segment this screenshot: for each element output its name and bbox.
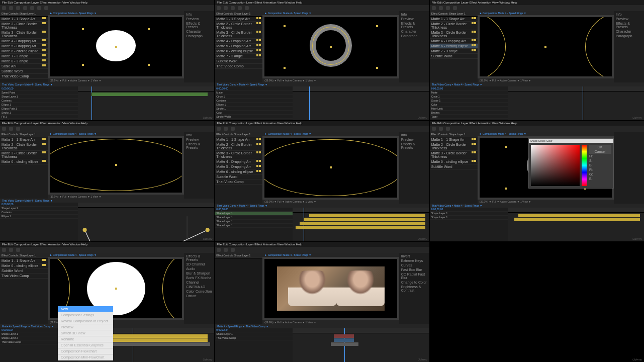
- comp-tab[interactable]: ► Composition: Matte 4 - Speed Rings ▼: [48, 11, 184, 15]
- ae-window-7: File Edit Composition Layer Effect Anima…: [0, 242, 214, 362]
- ctx-preview[interactable]: Preview: [58, 324, 113, 330]
- ae-window-5: File Edit Composition Layer Effect Anima…: [215, 121, 429, 241]
- ae-window-3: File Edit Composition Layer Effect Anima…: [430, 0, 644, 120]
- layer-row[interactable]: Speed Paint: [0, 90, 78, 95]
- layer-row[interactable]: Shape Layer 1: [0, 95, 78, 99]
- viewer-controls[interactable]: (39.9%) ▼ Full ▼ Active Camera ▼ 1 View …: [48, 78, 184, 82]
- layer-row[interactable]: Ellipse Path 1: [0, 107, 78, 111]
- timeline[interactable]: That Video Comp × Matte 4 - Speed Rings …: [0, 82, 214, 120]
- menubar[interactable]: File Edit Composition Layer Effect Anima…: [0, 0, 214, 5]
- graph-editor[interactable]: [78, 203, 214, 241]
- effect-item: Matte 3 - Circle Border Thickness: [0, 30, 48, 39]
- empty-panel: Udemy: [430, 242, 644, 362]
- effects-list[interactable]: Matte 1 - 1 Shape Arr Matte 2 - Circle B…: [0, 17, 48, 82]
- ctx-reveal[interactable]: Reveal Composition in Project: [58, 318, 113, 324]
- viewer-canvas[interactable]: [264, 17, 397, 76]
- effect-item: Matte 4 - Drapping Arr: [0, 39, 48, 44]
- effect-item: Matte 2 - Circle Border Thickness: [0, 22, 48, 30]
- color-picker-dialog[interactable]: Shape Stroke Color OK Cancel H:S:B: R:G:…: [528, 138, 614, 189]
- ae-window-4: File Edit Composition Layer Effect Anima…: [0, 121, 214, 241]
- footage-preview: [277, 266, 384, 311]
- effect-item: Matte 5 - Drapping Arr: [0, 44, 48, 49]
- ctx-new[interactable]: New: [58, 306, 113, 312]
- cancel-button[interactable]: Cancel: [589, 149, 611, 154]
- toolbar[interactable]: [0, 5, 214, 11]
- svg-point-0: [82, 228, 86, 232]
- effect-item: That Video Comp: [0, 74, 48, 79]
- context-menu[interactable]: New Composition Settings... Reveal Compo…: [58, 306, 113, 360]
- ctx-rename[interactable]: Rename: [58, 336, 113, 342]
- layer-row[interactable]: Transform: [0, 119, 78, 120]
- hue-slider[interactable]: [582, 145, 587, 186]
- project-panel-header: Effect Controls: Shape Layer 1: [0, 11, 48, 17]
- color-gradient[interactable]: [531, 145, 580, 186]
- effect-item: Matte 1 - 1 Shape Arr: [0, 17, 48, 22]
- right-panels[interactable]: InfoPreviewEffects & PresetsCharacterPar…: [184, 11, 214, 82]
- ctx-switch-3d[interactable]: Switch 3D View: [58, 330, 113, 336]
- ctx-flowchart[interactable]: Composition Flowchart: [58, 348, 113, 354]
- ae-window-6: File Edit Composition Layer Effect Anima…: [430, 121, 644, 241]
- layer-row[interactable]: Stroke 1: [0, 111, 78, 115]
- dialog-title: Shape Stroke Color: [529, 139, 613, 143]
- ae-window-2: File Edit Composition Layer Effect Anima…: [215, 0, 429, 120]
- effect-item: Matte 6 - circling ellipse: [0, 49, 48, 54]
- effect-item: Matte 7 - 3 angle: [0, 54, 48, 59]
- ae-window-1: File Edit Composition Layer Effect Anima…: [0, 0, 214, 120]
- ctx-egp[interactable]: Open in Essential Graphics: [58, 342, 113, 348]
- timecode[interactable]: 0;00;00;00: [0, 86, 78, 90]
- effect-item: Subtitle Word: [0, 69, 48, 74]
- effect-item: Scale Ani: [0, 64, 48, 69]
- svg-point-2: [206, 228, 210, 232]
- layer-row[interactable]: Contents: [0, 99, 78, 103]
- viewer-canvas[interactable]: [50, 17, 182, 76]
- layer-row[interactable]: Ellipse 1: [0, 103, 78, 107]
- effect-item: Matte 8 - 3 angle: [0, 59, 48, 64]
- watermark: Udemy: [203, 116, 212, 119]
- ok-button[interactable]: OK: [589, 145, 611, 149]
- layer-row[interactable]: Fill 1: [0, 115, 78, 119]
- ctx-comp-settings[interactable]: Composition Settings...: [58, 312, 113, 318]
- ctx-mini-flowchart[interactable]: Composition Mini-Flowchart: [58, 354, 113, 360]
- ae-window-8: File Edit Composition Layer Effect Anima…: [215, 242, 429, 362]
